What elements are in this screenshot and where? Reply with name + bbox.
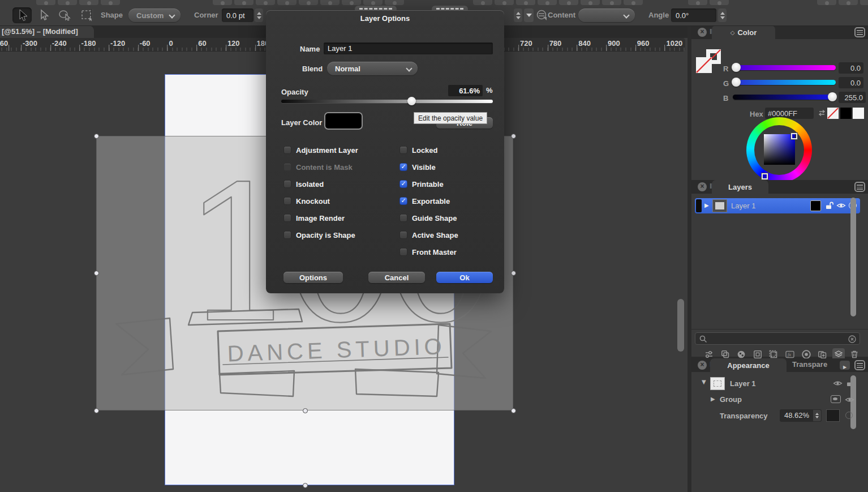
ok-button[interactable]: Ok — [436, 272, 493, 283]
selection-handle[interactable] — [511, 271, 516, 276]
close-icon[interactable]: × — [698, 182, 707, 191]
checkbox[interactable]: ✓ — [399, 180, 407, 188]
checkbox-row[interactable]: ✓Exportable — [399, 197, 513, 205]
toolbar-cut-button[interactable] — [624, 0, 643, 5]
channel-r-value[interactable]: 0.0 — [839, 62, 863, 74]
selection-handle[interactable] — [94, 271, 99, 276]
checkbox-row[interactable]: Front Master — [399, 248, 513, 256]
checkbox-row[interactable]: Opacity is Shape — [283, 231, 397, 239]
document-tab[interactable]: [@51.5%] – [Modified] — [0, 25, 94, 38]
checkbox[interactable]: ✓ — [399, 197, 407, 205]
black-swatch-icon[interactable] — [840, 108, 852, 119]
checkbox[interactable] — [283, 214, 291, 222]
toolbar-cut-button[interactable] — [839, 0, 858, 5]
transform-tool-button[interactable] — [77, 7, 96, 23]
angle-stepper[interactable] — [718, 8, 727, 22]
toolbar-cut-button[interactable] — [385, 0, 404, 5]
opacity-slider-knob[interactable] — [407, 97, 416, 105]
channel-r-slider[interactable] — [733, 65, 836, 70]
layer-row-selected[interactable]: ▶ Layer 1 — [695, 198, 860, 213]
checkbox-row[interactable]: Content is Mask — [283, 163, 397, 171]
toolbar-cut-button[interactable] — [688, 0, 707, 5]
cancel-button[interactable]: Cancel — [368, 272, 425, 283]
tab-transparency[interactable]: Transpare — [792, 360, 827, 369]
channel-g-slider[interactable] — [733, 80, 836, 85]
tab-layers[interactable]: Layers — [712, 180, 768, 194]
saturation-marker[interactable] — [791, 133, 797, 139]
swap-colors-icon[interactable] — [817, 108, 827, 118]
layers-search-field[interactable] — [695, 332, 860, 345]
toolbar-cut-button[interactable] — [277, 0, 297, 5]
checkbox[interactable] — [283, 163, 291, 171]
toolbar-cut-button[interactable] — [58, 0, 77, 5]
selection-handle[interactable] — [303, 408, 308, 413]
adjust-settings-button[interactable] — [535, 8, 548, 22]
toolbar-cut-button[interactable] — [256, 0, 275, 5]
group-select-tool-button[interactable] — [55, 7, 75, 23]
checkbox[interactable]: ✓ — [399, 163, 407, 171]
checkbox-row[interactable]: Knockout — [283, 197, 397, 205]
eye-icon[interactable] — [833, 379, 843, 388]
toolbar-cut-button[interactable] — [363, 0, 383, 5]
hue-marker[interactable] — [762, 173, 768, 179]
mask-icon[interactable] — [831, 395, 841, 403]
selection-handle[interactable] — [94, 408, 99, 413]
layers-scrollbar[interactable] — [850, 198, 856, 316]
canvas-vertical-scrollbar[interactable] — [677, 299, 684, 352]
panel-menu-icon[interactable] — [854, 360, 865, 370]
options-button[interactable]: Options — [283, 272, 343, 283]
close-icon[interactable]: × — [698, 361, 707, 370]
blend-dropdown[interactable]: Normal — [327, 62, 418, 75]
toolbar-cut-button[interactable] — [473, 0, 492, 5]
toolbar-cut-button[interactable] — [79, 0, 98, 5]
transparency-swatch[interactable] — [826, 409, 840, 422]
toolbar-cut-button[interactable] — [320, 0, 340, 5]
toolbar-cut-button[interactable] — [495, 0, 514, 5]
toolbar-cut-button[interactable] — [516, 0, 535, 5]
transparency-value-field[interactable]: 48.62% — [780, 409, 822, 422]
disclosure-triangle-icon[interactable]: ▶ — [704, 202, 709, 208]
corner-stepper[interactable] — [255, 8, 263, 22]
checkbox[interactable] — [399, 231, 407, 239]
white-swatch-icon[interactable] — [853, 108, 864, 119]
checkbox-row[interactable]: Adjustment Layer — [283, 146, 397, 154]
checkbox[interactable] — [283, 180, 291, 188]
toolbar-cut-button[interactable] — [342, 0, 361, 5]
checkbox[interactable] — [283, 197, 291, 205]
tab-overflow-button[interactable]: ▶ — [840, 361, 850, 370]
checkbox[interactable] — [283, 146, 291, 154]
checkbox[interactable] — [399, 146, 407, 154]
angle-value-field[interactable]: 0.0° — [671, 8, 716, 22]
toolbar-cut-button[interactable] — [581, 0, 600, 5]
transparency-stepper[interactable] — [813, 410, 821, 421]
checkbox-row[interactable]: Isolated — [283, 180, 397, 188]
toolbar-cut-button[interactable] — [860, 0, 868, 5]
checkbox-row[interactable]: Locked — [399, 146, 513, 154]
target-circle-icon[interactable] — [845, 412, 853, 419]
toolbar-cut-button[interactable] — [559, 0, 578, 5]
hex-value-field[interactable]: #0000FF — [765, 108, 814, 119]
toolbar-cut-button[interactable] — [817, 0, 836, 5]
channel-b-knob[interactable] — [828, 92, 837, 101]
channel-g-value[interactable]: 0.0 — [839, 77, 863, 88]
panel-menu-icon[interactable] — [854, 182, 865, 192]
corner-value-field[interactable]: 0.0 pt — [222, 8, 253, 22]
channel-b-slider[interactable] — [733, 95, 836, 100]
eye-icon[interactable] — [845, 395, 854, 404]
none-swatch-icon[interactable] — [827, 108, 839, 119]
toolbar-cut-button[interactable] — [234, 0, 253, 5]
checkbox-row[interactable]: ✓Printable — [399, 180, 513, 188]
channel-g-knob[interactable] — [732, 78, 741, 87]
disclosure-open-icon[interactable]: ▼ — [702, 379, 706, 385]
selection-handle[interactable] — [511, 134, 516, 139]
toolbar-cut-button[interactable] — [602, 0, 621, 5]
layer-color-well[interactable] — [324, 112, 363, 130]
checkbox[interactable] — [283, 231, 291, 239]
toolbar-cut-button[interactable] — [101, 0, 120, 5]
toolbar-cut-button[interactable] — [538, 0, 557, 5]
shape-dropdown[interactable]: Custom — [128, 8, 181, 22]
select-tool-button[interactable] — [12, 7, 32, 23]
toolbar-cut-button[interactable] — [710, 0, 729, 5]
checkbox-row[interactable]: Active Shape — [399, 231, 513, 239]
checkbox[interactable] — [399, 248, 407, 256]
